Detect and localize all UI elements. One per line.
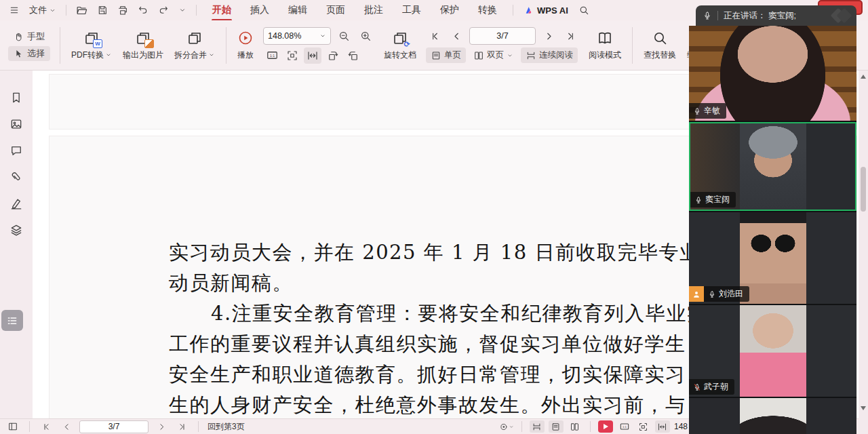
video-tile[interactable]: 武子朝 xyxy=(689,305,856,397)
select-tool-button[interactable]: 选择 xyxy=(8,46,50,61)
print-button[interactable] xyxy=(114,3,132,18)
fit-page-button[interactable] xyxy=(636,420,651,433)
mic-icon xyxy=(693,107,701,115)
video-tile-active-speaker[interactable]: 窦宝阔 xyxy=(689,122,856,211)
undo-button[interactable] xyxy=(134,3,152,18)
tab-protect[interactable]: 保护 xyxy=(431,1,469,20)
folder-icon xyxy=(76,5,87,16)
continuous-read-icon xyxy=(526,50,536,61)
document-scrollbar[interactable] xyxy=(859,71,868,434)
attachment-panel-button[interactable] xyxy=(9,170,23,184)
first-page-button[interactable] xyxy=(426,28,443,44)
video-tile-partial[interactable] xyxy=(689,398,856,434)
previous-page-button[interactable] xyxy=(59,420,74,433)
tab-insert[interactable]: 插入 xyxy=(241,1,279,20)
continuous-read-toggle[interactable] xyxy=(530,420,545,433)
meeting-panel-header[interactable]: 正在讲话： 窦宝阔; xyxy=(696,5,856,26)
fit-width-button[interactable] xyxy=(655,420,670,433)
zoom-in-button[interactable] xyxy=(357,28,374,44)
play-button[interactable]: 播放 xyxy=(237,30,254,61)
fit-page-button[interactable] xyxy=(283,47,301,64)
bookmark-panel-button[interactable] xyxy=(9,91,23,104)
single-page-icon xyxy=(551,422,561,432)
tab-tools[interactable]: 工具 xyxy=(393,1,431,20)
rotate-document-button[interactable]: ⟳ 旋转文档 xyxy=(384,30,416,61)
read-mode-label: 阅读模式 xyxy=(589,50,621,61)
page-navigation-group: 3/7 单页 双页 连续阅读 xyxy=(426,27,579,63)
fit-width-button[interactable] xyxy=(304,47,321,64)
table-of-contents-button[interactable] xyxy=(1,310,23,331)
double-page-label: 双页 xyxy=(487,50,504,61)
video-tile[interactable]: 辛敏 xyxy=(689,26,856,121)
scroll-up-arrow[interactable] xyxy=(861,75,866,79)
document-text-line: 实习动员大会，并在 2025 年 1 月 18 日前收取完毕专业毕业实 xyxy=(169,239,762,267)
previous-page-button[interactable] xyxy=(448,28,465,44)
page-indicator-input[interactable]: 3/7 xyxy=(79,420,149,433)
sidebar-toggle-button[interactable] xyxy=(5,420,20,433)
scroll-down-arrow[interactable] xyxy=(861,406,866,410)
hand-tool-button[interactable]: 手型 xyxy=(8,29,50,44)
participant-label: 窦宝阔 xyxy=(690,192,736,208)
comment-panel-button[interactable] xyxy=(9,144,23,157)
continuous-read-icon xyxy=(532,422,542,432)
find-replace-icon xyxy=(652,30,668,46)
zoom-out-button[interactable] xyxy=(335,28,353,44)
next-page-button[interactable] xyxy=(154,420,169,433)
pdf-convert-button[interactable]: W PDF转换 xyxy=(71,30,112,61)
signature-panel-button[interactable] xyxy=(9,197,23,210)
tab-convert[interactable]: 转换 xyxy=(469,1,507,20)
single-page-mode-button[interactable]: 单页 xyxy=(426,47,466,63)
open-file-button[interactable] xyxy=(73,3,91,18)
actual-size-button[interactable] xyxy=(617,420,632,433)
last-page-button[interactable] xyxy=(561,28,579,44)
file-menu-button[interactable]: 文件 xyxy=(26,2,60,18)
layers-panel-button[interactable] xyxy=(9,223,23,237)
back-to-page-button[interactable]: 回到第3页 xyxy=(208,421,245,433)
zoom-level-dropdown[interactable]: 148.08% xyxy=(263,27,331,45)
tab-page[interactable]: 页面 xyxy=(317,1,355,20)
pen-icon xyxy=(9,197,23,210)
image-panel-button[interactable] xyxy=(9,117,23,131)
rotate-right-button[interactable] xyxy=(344,47,362,64)
find-replace-button[interactable]: 查找替换 xyxy=(644,30,676,61)
next-page-button[interactable] xyxy=(540,28,557,44)
first-page-button[interactable] xyxy=(39,420,54,433)
search-icon xyxy=(578,5,589,16)
page-indicator: 3/7 xyxy=(496,31,508,41)
save-button[interactable] xyxy=(94,3,111,18)
participant-name: 窦宝阔 xyxy=(705,194,730,205)
book-icon xyxy=(597,30,613,46)
fit-width-icon xyxy=(307,50,319,62)
last-page-button[interactable] xyxy=(174,420,189,433)
quick-access-dropdown[interactable] xyxy=(175,4,190,16)
video-tile[interactable]: 刘浩田 xyxy=(689,212,856,304)
redo-button[interactable] xyxy=(155,3,172,18)
continuous-read-button[interactable]: 连续阅读 xyxy=(521,47,578,63)
cursor-icon xyxy=(14,49,24,59)
fit-page-icon xyxy=(638,422,648,432)
read-mode-button[interactable]: 阅读模式 xyxy=(589,30,621,61)
split-merge-button[interactable]: 拆分合并 xyxy=(174,30,215,61)
double-page-toggle[interactable] xyxy=(568,420,583,433)
scrollbar-thumb[interactable] xyxy=(861,167,866,212)
page-indicator-input[interactable]: 3/7 xyxy=(469,27,536,45)
previous-page-icon xyxy=(62,422,72,432)
presentation-play-button[interactable] xyxy=(598,420,613,433)
search-button[interactable] xyxy=(575,3,593,18)
view-options-button[interactable] xyxy=(499,420,514,433)
rotate-left-button[interactable] xyxy=(324,47,342,64)
mic-icon xyxy=(694,196,703,204)
tab-comment[interactable]: 批注 xyxy=(355,1,393,20)
tab-edit[interactable]: 编辑 xyxy=(279,1,317,20)
double-page-mode-button[interactable]: 双页 xyxy=(469,47,518,63)
chevron-down-icon xyxy=(178,6,186,14)
main-menu-button[interactable] xyxy=(5,3,23,18)
speaking-now-label: 正在讲话： 窦宝阔; xyxy=(724,10,796,22)
tab-home[interactable]: 开始 xyxy=(203,1,241,20)
output-as-image-button[interactable]: 输出为图片 xyxy=(123,30,163,61)
single-page-toggle[interactable] xyxy=(549,420,564,433)
next-page-icon xyxy=(157,422,167,432)
actual-size-button[interactable] xyxy=(263,47,281,64)
mic-icon xyxy=(703,11,712,20)
wps-ai-button[interactable]: WPS AI xyxy=(519,5,572,16)
